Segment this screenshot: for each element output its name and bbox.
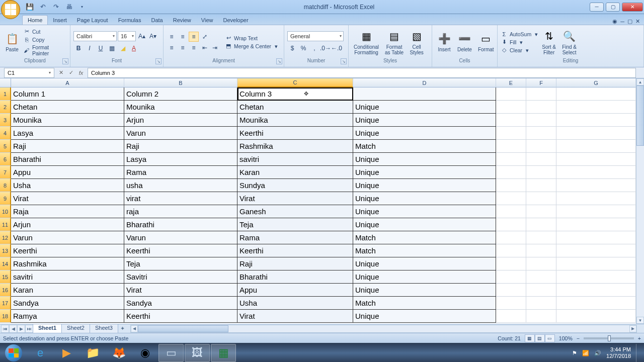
cell[interactable]: Virat <box>124 284 237 297</box>
border-button[interactable]: ▦ <box>107 43 117 53</box>
cell[interactable]: Bharathi <box>237 270 353 284</box>
office-button[interactable] <box>1 0 20 19</box>
enter-formula-icon[interactable]: ✓ <box>66 68 75 77</box>
cell[interactable]: virat <box>124 192 237 205</box>
underline-button[interactable]: U <box>96 43 106 53</box>
cell[interactable]: Unique <box>353 257 496 270</box>
row-header[interactable]: 9 <box>0 192 11 205</box>
cell[interactable]: Varun <box>124 231 237 244</box>
cell[interactable]: Raji <box>237 257 353 270</box>
cell[interactable]: Bharathi <box>124 218 237 231</box>
cell[interactable] <box>526 114 556 127</box>
format-painter-button[interactable]: 🖌Format Painter <box>23 44 67 56</box>
cell[interactable]: Usha <box>11 179 124 192</box>
prev-sheet-icon[interactable]: ◀ <box>9 325 17 333</box>
column-header-D[interactable]: D <box>353 78 496 87</box>
cell[interactable]: usha <box>124 179 237 192</box>
cell[interactable] <box>496 270 526 284</box>
close-button[interactable]: ✕ <box>622 3 643 12</box>
taskbar-media[interactable]: ▶ <box>54 344 79 362</box>
row-header[interactable]: 18 <box>0 310 11 323</box>
cell[interactable]: Raji <box>124 140 237 153</box>
worksheet-grid[interactable]: ABCDEFG 123456789101112131415161718 Colu… <box>0 78 644 324</box>
cell[interactable] <box>496 140 526 153</box>
cell[interactable]: Mounika <box>124 101 237 114</box>
cell[interactable]: Savitri <box>124 270 237 284</box>
cell[interactable]: Unique <box>353 192 496 205</box>
formula-bar[interactable]: Column 3 <box>88 68 636 78</box>
cell[interactable]: Unique <box>353 127 496 140</box>
scroll-right-icon[interactable]: ▶ <box>629 325 636 332</box>
cell[interactable] <box>496 127 526 140</box>
align-right-button[interactable]: ≡ <box>189 43 199 53</box>
cell[interactable]: Keerthi <box>237 127 353 140</box>
cell[interactable]: Unique <box>353 284 496 297</box>
cell[interactable]: Appu <box>237 284 353 297</box>
row-header[interactable]: 12 <box>0 231 11 244</box>
first-sheet-icon[interactable]: ⏮ <box>1 325 9 333</box>
cell[interactable] <box>556 127 636 140</box>
column-header-E[interactable]: E <box>496 78 526 87</box>
cell[interactable]: Unique <box>353 166 496 179</box>
hscroll-thumb[interactable] <box>138 325 228 332</box>
cell[interactable]: Ganesh <box>237 205 353 218</box>
cell[interactable] <box>526 257 556 270</box>
cell[interactable] <box>526 87 556 101</box>
taskbar-excel[interactable]: ▦ <box>211 344 236 362</box>
cell[interactable] <box>526 244 556 257</box>
cell[interactable]: Ramya <box>11 310 124 323</box>
decrease-decimal-button[interactable]: ←.0 <box>332 43 342 53</box>
tab-home[interactable]: Home <box>22 15 48 25</box>
cell[interactable]: Lasya <box>11 127 124 140</box>
row-header[interactable]: 1 <box>0 87 11 101</box>
cell[interactable]: Unique <box>353 179 496 192</box>
dialog-launcher-icon[interactable]: ↘ <box>62 58 68 64</box>
cut-button[interactable]: ✂Cut <box>23 28 67 35</box>
cell[interactable]: Virat <box>237 310 353 323</box>
taskbar-app1[interactable]: ▭ <box>158 344 184 362</box>
undo-icon[interactable]: ↶ <box>37 2 48 13</box>
column-headers[interactable]: ABCDEFG <box>11 78 636 87</box>
scroll-down-icon[interactable]: ▼ <box>636 317 644 324</box>
save-icon[interactable]: 💾 <box>24 2 35 13</box>
find-select-button[interactable]: 🔍Find & Select <box>560 28 579 56</box>
cell[interactable] <box>496 231 526 244</box>
row-header[interactable]: 8 <box>0 179 11 192</box>
cell[interactable] <box>556 310 636 323</box>
cell[interactable]: Sandya <box>124 297 237 310</box>
cell[interactable]: Karan <box>237 166 353 179</box>
show-desktop-button[interactable] <box>636 344 640 362</box>
cell[interactable]: Usha <box>237 297 353 310</box>
normal-view-button[interactable]: ▦ <box>525 334 535 342</box>
increase-indent-button[interactable]: ⇥ <box>210 43 220 53</box>
cell[interactable]: Appu <box>11 166 124 179</box>
cell[interactable] <box>556 205 636 218</box>
cell[interactable]: Rashmika <box>11 257 124 270</box>
align-bottom-button[interactable]: ≡ <box>189 32 199 42</box>
scroll-thumb[interactable] <box>636 85 644 146</box>
format-cells-button[interactable]: ▭Format <box>476 31 496 53</box>
cell[interactable] <box>526 218 556 231</box>
tray-clock[interactable]: 3:44 PM 12/7/2018 <box>606 346 631 359</box>
minimize-ribbon-icon[interactable]: ─ <box>620 19 624 25</box>
tray-volume-icon[interactable]: 🔊 <box>594 350 601 356</box>
cell[interactable] <box>526 297 556 310</box>
cell[interactable] <box>556 257 636 270</box>
align-middle-button[interactable]: ≡ <box>178 32 188 42</box>
taskbar-ie[interactable]: e <box>28 344 53 362</box>
row-header[interactable]: 7 <box>0 166 11 179</box>
column-header-C[interactable]: C <box>237 78 353 87</box>
cell[interactable]: Keerthi <box>11 244 124 257</box>
cell[interactable]: Rashmika <box>237 140 353 153</box>
next-sheet-icon[interactable]: ▶ <box>17 325 25 333</box>
cell[interactable]: Sundya <box>237 179 353 192</box>
cell[interactable] <box>496 114 526 127</box>
cell[interactable]: Column 3 <box>237 87 353 101</box>
cell[interactable] <box>526 205 556 218</box>
fill-button[interactable]: ⬇Fill ▾ <box>501 39 538 46</box>
cell[interactable] <box>496 166 526 179</box>
cell[interactable] <box>526 101 556 114</box>
cell[interactable] <box>526 310 556 323</box>
row-header[interactable]: 13 <box>0 244 11 257</box>
cell[interactable] <box>496 310 526 323</box>
